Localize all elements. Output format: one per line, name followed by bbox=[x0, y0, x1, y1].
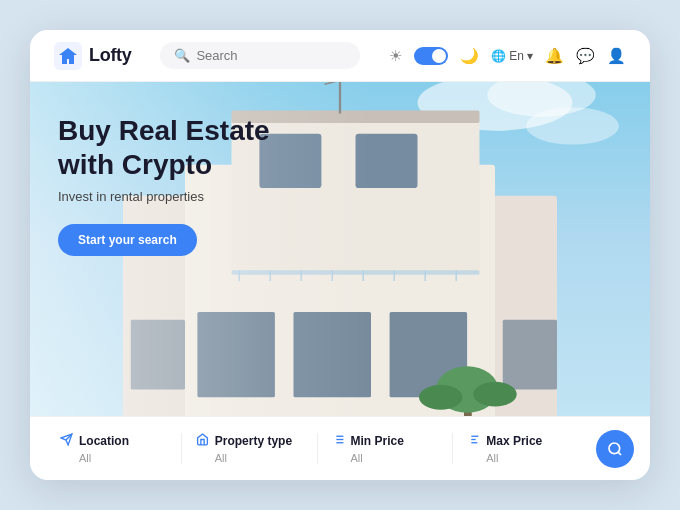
filter-search-button[interactable] bbox=[596, 430, 634, 468]
svg-point-32 bbox=[419, 385, 462, 410]
filter-minprice-value: All bbox=[332, 452, 439, 464]
min-price-icon bbox=[332, 433, 345, 449]
search-btn-icon bbox=[607, 441, 623, 457]
hero-title: Buy Real Estatewith Crypto bbox=[58, 114, 278, 181]
logo-icon bbox=[54, 42, 82, 70]
hero-section: Buy Real Estatewith Crypto Invest in ren… bbox=[30, 82, 650, 480]
filter-bar: Location All Property type All bbox=[30, 416, 650, 480]
filter-max-price[interactable]: Max Price All bbox=[453, 433, 588, 464]
search-bar[interactable]: 🔍 bbox=[160, 42, 360, 69]
filter-maxprice-label: Max Price bbox=[486, 434, 542, 448]
main-card: Lofty 🔍 ☀ 🌙 🌐 En ▾ 🔔 💬 👤 bbox=[30, 30, 650, 480]
location-icon bbox=[60, 433, 73, 449]
messages-icon[interactable]: 💬 bbox=[576, 47, 595, 65]
search-input[interactable] bbox=[196, 48, 346, 63]
svg-point-48 bbox=[609, 443, 620, 454]
search-icon: 🔍 bbox=[174, 48, 190, 63]
navbar: Lofty 🔍 ☀ 🌙 🌐 En ▾ 🔔 💬 👤 bbox=[30, 30, 650, 82]
filter-maxprice-value: All bbox=[467, 452, 574, 464]
nav-right: ☀ 🌙 🌐 En ▾ 🔔 💬 👤 bbox=[389, 47, 626, 65]
filter-type-value: All bbox=[196, 452, 303, 464]
filter-type-header: Property type bbox=[196, 433, 303, 449]
dark-mode-toggle[interactable] bbox=[414, 47, 448, 65]
home-icon bbox=[196, 433, 209, 449]
notification-icon[interactable]: 🔔 bbox=[545, 47, 564, 65]
language-selector[interactable]: 🌐 En ▾ bbox=[491, 49, 533, 63]
svg-point-33 bbox=[473, 382, 516, 407]
user-icon[interactable]: 👤 bbox=[607, 47, 626, 65]
filter-location[interactable]: Location All bbox=[46, 433, 182, 464]
filter-minprice-label: Min Price bbox=[351, 434, 404, 448]
filter-property-type[interactable]: Property type All bbox=[182, 433, 318, 464]
filter-location-value: All bbox=[60, 452, 167, 464]
cta-button[interactable]: Start your search bbox=[58, 224, 197, 256]
moon-icon: 🌙 bbox=[460, 47, 479, 65]
globe-icon: 🌐 bbox=[491, 49, 506, 63]
filter-location-label: Location bbox=[79, 434, 129, 448]
brand-name: Lofty bbox=[89, 45, 132, 66]
filter-minprice-header: Min Price bbox=[332, 433, 439, 449]
hero-content: Buy Real Estatewith Crypto Invest in ren… bbox=[30, 82, 650, 288]
lang-label: En bbox=[509, 49, 524, 63]
max-price-icon bbox=[467, 433, 480, 449]
brightness-icon[interactable]: ☀ bbox=[389, 47, 402, 65]
chevron-down-icon: ▾ bbox=[527, 49, 533, 63]
filter-maxprice-header: Max Price bbox=[467, 433, 574, 449]
filter-type-label: Property type bbox=[215, 434, 292, 448]
filter-location-header: Location bbox=[60, 433, 167, 449]
hero-subtitle: Invest in rental properties bbox=[58, 189, 622, 204]
filter-min-price[interactable]: Min Price All bbox=[318, 433, 454, 464]
logo: Lofty bbox=[54, 42, 132, 70]
svg-line-49 bbox=[618, 452, 621, 455]
svg-rect-25 bbox=[503, 320, 557, 390]
